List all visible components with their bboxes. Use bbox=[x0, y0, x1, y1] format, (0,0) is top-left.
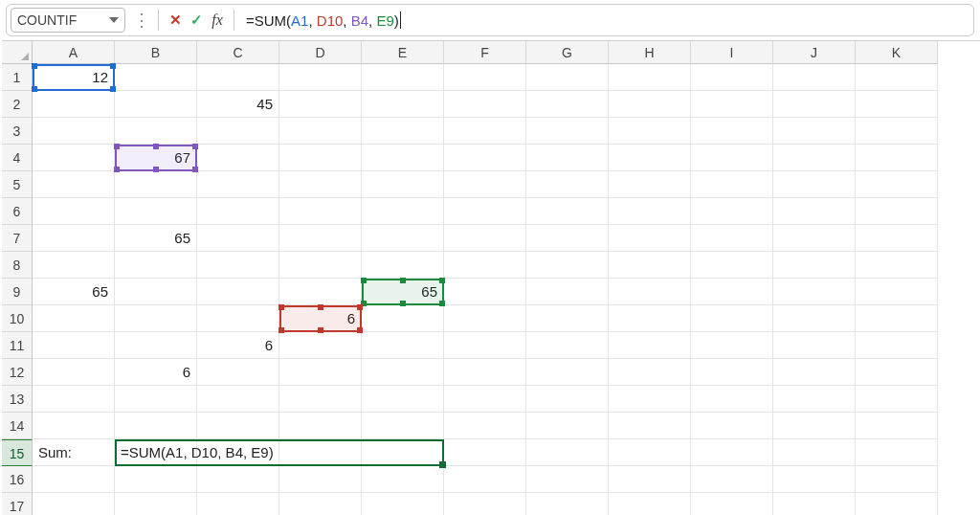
cell-f1[interactable] bbox=[444, 64, 526, 91]
cell-c7[interactable] bbox=[197, 225, 279, 252]
cell-b17[interactable] bbox=[115, 493, 197, 515]
cell-a9[interactable]: 65 bbox=[33, 279, 115, 305]
cell-e2[interactable] bbox=[362, 91, 444, 118]
cell-f5[interactable] bbox=[444, 171, 526, 198]
cell-b1[interactable] bbox=[115, 64, 197, 91]
cell-b13[interactable] bbox=[115, 386, 197, 413]
cell-c6[interactable] bbox=[197, 198, 279, 225]
cell-k15[interactable] bbox=[856, 439, 938, 466]
cell-h8[interactable] bbox=[609, 252, 691, 279]
cell-h5[interactable] bbox=[609, 171, 691, 198]
cell-g8[interactable] bbox=[526, 252, 609, 279]
cell-g11[interactable] bbox=[526, 332, 609, 359]
chevron-down-icon[interactable] bbox=[109, 17, 119, 23]
row-header-12[interactable]: 12 bbox=[2, 359, 33, 386]
cell-d5[interactable] bbox=[279, 171, 362, 198]
cell-b2[interactable] bbox=[115, 91, 197, 118]
cell-f17[interactable] bbox=[444, 493, 526, 515]
cancel-icon[interactable]: ✕ bbox=[165, 10, 186, 31]
cell-c14[interactable] bbox=[197, 413, 279, 439]
row-header-3[interactable]: 3 bbox=[2, 118, 33, 145]
cell-i15[interactable] bbox=[691, 439, 773, 466]
cell-e17[interactable] bbox=[362, 493, 444, 515]
cell-j17[interactable] bbox=[773, 493, 856, 515]
cell-c17[interactable] bbox=[197, 493, 279, 515]
cell-f15[interactable] bbox=[444, 439, 526, 466]
col-header-g[interactable]: G bbox=[526, 41, 609, 64]
row-header-13[interactable]: 13 bbox=[2, 386, 33, 413]
col-header-b[interactable]: B bbox=[115, 41, 197, 64]
col-header-e[interactable]: E bbox=[362, 41, 444, 64]
cell-k17[interactable] bbox=[856, 493, 938, 515]
cell-h3[interactable] bbox=[609, 118, 691, 145]
cell-g16[interactable] bbox=[526, 466, 609, 493]
cell-i7[interactable] bbox=[691, 225, 773, 252]
cell-k6[interactable] bbox=[856, 198, 938, 225]
cell-c1[interactable] bbox=[197, 64, 279, 91]
cell-j15[interactable] bbox=[773, 439, 856, 466]
row-header-14[interactable]: 14 bbox=[2, 413, 33, 439]
col-header-a[interactable]: A bbox=[33, 41, 115, 64]
cell-a3[interactable] bbox=[33, 118, 115, 145]
cell-i11[interactable] bbox=[691, 332, 773, 359]
col-header-i[interactable]: I bbox=[691, 41, 773, 64]
cell-j7[interactable] bbox=[773, 225, 856, 252]
row-header-15[interactable]: 15 bbox=[2, 439, 33, 466]
cell-d4[interactable] bbox=[279, 145, 362, 171]
cell-a1[interactable]: 12 bbox=[33, 64, 115, 91]
cell-g10[interactable] bbox=[526, 305, 609, 332]
cell-g1[interactable] bbox=[526, 64, 609, 91]
cell-c16[interactable] bbox=[197, 466, 279, 493]
cell-b14[interactable] bbox=[115, 413, 197, 439]
cell-j8[interactable] bbox=[773, 252, 856, 279]
cell-b4[interactable]: 67 bbox=[115, 145, 197, 171]
cell-e10[interactable] bbox=[362, 305, 444, 332]
cell-i9[interactable] bbox=[691, 279, 773, 305]
cell-g2[interactable] bbox=[526, 91, 609, 118]
cell-f8[interactable] bbox=[444, 252, 526, 279]
cell-b12[interactable]: 6 bbox=[115, 359, 197, 386]
cell-a14[interactable] bbox=[33, 413, 115, 439]
col-header-f[interactable]: F bbox=[444, 41, 526, 64]
cell-f10[interactable] bbox=[444, 305, 526, 332]
cell-h9[interactable] bbox=[609, 279, 691, 305]
cell-h16[interactable] bbox=[609, 466, 691, 493]
row-header-5[interactable]: 5 bbox=[2, 171, 33, 198]
cell-e14[interactable] bbox=[362, 413, 444, 439]
cell-d14[interactable] bbox=[279, 413, 362, 439]
cell-k16[interactable] bbox=[856, 466, 938, 493]
cell-h7[interactable] bbox=[609, 225, 691, 252]
cell-f4[interactable] bbox=[444, 145, 526, 171]
cell-i8[interactable] bbox=[691, 252, 773, 279]
cell-g14[interactable] bbox=[526, 413, 609, 439]
cell-c5[interactable] bbox=[197, 171, 279, 198]
fill-handle[interactable] bbox=[439, 461, 446, 468]
cell-d6[interactable] bbox=[279, 198, 362, 225]
cell-j11[interactable] bbox=[773, 332, 856, 359]
cell-i12[interactable] bbox=[691, 359, 773, 386]
cell-a16[interactable] bbox=[33, 466, 115, 493]
cell-d8[interactable] bbox=[279, 252, 362, 279]
cell-j16[interactable] bbox=[773, 466, 856, 493]
cell-g13[interactable] bbox=[526, 386, 609, 413]
col-header-j[interactable]: J bbox=[773, 41, 856, 64]
cell-g6[interactable] bbox=[526, 198, 609, 225]
cell-i16[interactable] bbox=[691, 466, 773, 493]
cell-h17[interactable] bbox=[609, 493, 691, 515]
cell-b9[interactable] bbox=[115, 279, 197, 305]
cell-k12[interactable] bbox=[856, 359, 938, 386]
cell-k10[interactable] bbox=[856, 305, 938, 332]
select-all-corner[interactable] bbox=[2, 41, 33, 64]
cell-h11[interactable] bbox=[609, 332, 691, 359]
row-header-17[interactable]: 17 bbox=[2, 493, 33, 515]
cell-g17[interactable] bbox=[526, 493, 609, 515]
cell-i5[interactable] bbox=[691, 171, 773, 198]
cell-f14[interactable] bbox=[444, 413, 526, 439]
cell-i17[interactable] bbox=[691, 493, 773, 515]
cell-c8[interactable] bbox=[197, 252, 279, 279]
cell-k9[interactable] bbox=[856, 279, 938, 305]
cell-g12[interactable] bbox=[526, 359, 609, 386]
cell-g9[interactable] bbox=[526, 279, 609, 305]
cell-d12[interactable] bbox=[279, 359, 362, 386]
cell-i1[interactable] bbox=[691, 64, 773, 91]
